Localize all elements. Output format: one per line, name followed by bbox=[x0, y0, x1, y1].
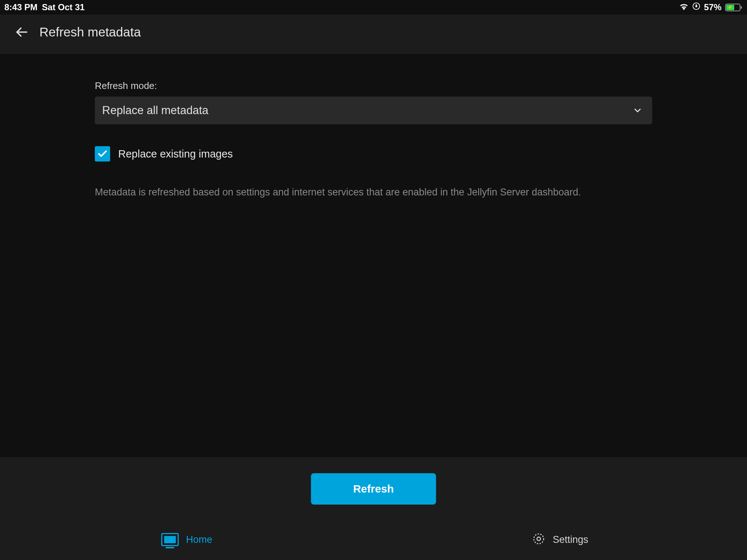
gear-icon bbox=[532, 532, 545, 547]
status-date: Sat Oct 31 bbox=[42, 2, 85, 12]
orientation-lock-icon bbox=[692, 2, 700, 12]
replace-images-label: Replace existing images bbox=[118, 148, 233, 160]
status-time: 8:43 PM bbox=[4, 2, 38, 12]
battery-percent: 57% bbox=[704, 2, 721, 12]
nav-home-label: Home bbox=[186, 534, 212, 545]
svg-point-2 bbox=[537, 537, 541, 541]
nav-settings[interactable]: Settings bbox=[374, 519, 747, 560]
page-title: Refresh metadata bbox=[39, 25, 141, 39]
replace-images-checkbox[interactable] bbox=[95, 146, 110, 162]
nav-home[interactable]: Home bbox=[0, 519, 374, 560]
refresh-mode-dropdown[interactable]: Replace all metadata bbox=[95, 97, 652, 124]
wifi-icon bbox=[679, 2, 689, 12]
nav-bar: Home Settings bbox=[0, 519, 747, 560]
battery-icon: ⚡ bbox=[725, 4, 740, 11]
bottom-bar: Refresh Home Settings bbox=[0, 457, 747, 560]
metadata-help-text: Metadata is refreshed based on settings … bbox=[95, 186, 652, 199]
refresh-mode-label: Refresh mode: bbox=[95, 80, 652, 92]
main-content: Refresh mode: Replace all metadata Repla… bbox=[0, 54, 747, 199]
nav-settings-label: Settings bbox=[553, 534, 588, 545]
refresh-button[interactable]: Refresh bbox=[311, 473, 436, 505]
replace-images-row[interactable]: Replace existing images bbox=[95, 146, 652, 162]
status-left: 8:43 PM Sat Oct 31 bbox=[4, 2, 85, 12]
back-button[interactable] bbox=[15, 25, 28, 39]
status-right: 57% ⚡ bbox=[679, 2, 740, 12]
tv-icon bbox=[161, 533, 179, 546]
refresh-mode-value: Replace all metadata bbox=[102, 104, 208, 117]
page-header: Refresh metadata bbox=[0, 15, 747, 54]
chevron-down-icon bbox=[632, 105, 643, 116]
status-bar: 8:43 PM Sat Oct 31 57% ⚡ bbox=[0, 0, 747, 15]
svg-point-3 bbox=[534, 534, 544, 544]
